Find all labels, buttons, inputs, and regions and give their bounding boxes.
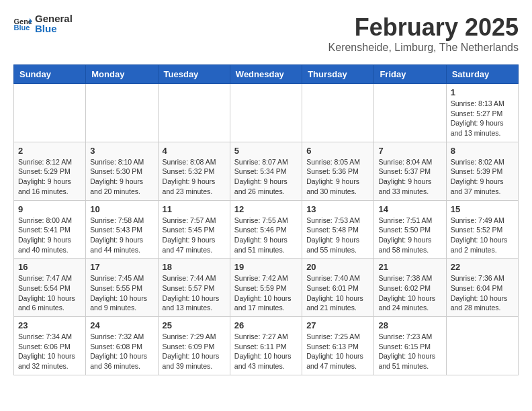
day-info: Sunrise: 7:51 AM Sunset: 5:50 PM Dayligh…: [378, 216, 441, 255]
day-info: Sunrise: 7:23 AM Sunset: 6:15 PM Dayligh…: [378, 332, 441, 371]
day-info: Sunrise: 8:08 AM Sunset: 5:32 PM Dayligh…: [163, 157, 226, 197]
day-number: 24: [90, 320, 153, 330]
calendar-cell: 8Sunrise: 8:02 AM Sunset: 5:39 PM Daylig…: [446, 142, 518, 200]
day-info: Sunrise: 7:58 AM Sunset: 5:43 PM Dayligh…: [90, 216, 153, 255]
calendar-cell: 20Sunrise: 7:40 AM Sunset: 6:01 PM Dayli…: [302, 259, 374, 317]
weekday-header-tuesday: Tuesday: [158, 65, 230, 84]
calendar-cell: [14, 84, 86, 142]
day-number: 14: [378, 204, 441, 214]
calendar-cell: 7Sunrise: 8:04 AM Sunset: 5:37 PM Daylig…: [374, 142, 446, 200]
day-number: 15: [451, 204, 514, 214]
calendar-cell: 21Sunrise: 7:38 AM Sunset: 6:02 PM Dayli…: [374, 259, 446, 317]
month-title: February 2025: [328, 13, 519, 42]
day-info: Sunrise: 7:27 AM Sunset: 6:11 PM Dayligh…: [234, 332, 298, 371]
day-info: Sunrise: 8:05 AM Sunset: 5:36 PM Dayligh…: [306, 157, 369, 197]
day-number: 3: [90, 146, 153, 156]
calendar-cell: 22Sunrise: 7:36 AM Sunset: 6:04 PM Dayli…: [446, 259, 518, 317]
logo-blue: Blue: [35, 24, 73, 35]
day-info: Sunrise: 8:12 AM Sunset: 5:29 PM Dayligh…: [18, 157, 81, 197]
day-info: Sunrise: 7:57 AM Sunset: 5:45 PM Dayligh…: [163, 216, 226, 255]
calendar-cell: [230, 84, 302, 142]
calendar-cell: 28Sunrise: 7:23 AM Sunset: 6:15 PM Dayli…: [374, 317, 446, 375]
day-number: 8: [451, 146, 514, 156]
logo-icon: General Blue: [13, 17, 32, 32]
calendar-cell: 16Sunrise: 7:47 AM Sunset: 5:54 PM Dayli…: [14, 259, 86, 317]
title-section: February 2025 Kerensheide, Limburg, The …: [328, 13, 519, 54]
weekday-header-thursday: Thursday: [302, 65, 374, 84]
day-info: Sunrise: 7:38 AM Sunset: 6:02 PM Dayligh…: [378, 273, 441, 313]
weekday-header-friday: Friday: [374, 65, 446, 84]
day-number: 13: [306, 204, 369, 214]
day-info: Sunrise: 8:00 AM Sunset: 5:41 PM Dayligh…: [18, 216, 81, 255]
day-info: Sunrise: 7:55 AM Sunset: 5:46 PM Dayligh…: [234, 216, 298, 255]
day-number: 7: [378, 146, 441, 156]
calendar-week-row: 9Sunrise: 8:00 AM Sunset: 5:41 PM Daylig…: [14, 200, 519, 259]
day-number: 11: [163, 204, 226, 214]
day-info: Sunrise: 8:04 AM Sunset: 5:37 PM Dayligh…: [378, 157, 441, 197]
day-number: 6: [306, 146, 369, 156]
calendar-cell: [374, 84, 446, 142]
calendar-week-row: 16Sunrise: 7:47 AM Sunset: 5:54 PM Dayli…: [14, 259, 519, 317]
calendar-cell: [302, 84, 374, 142]
calendar-cell: 2Sunrise: 8:12 AM Sunset: 5:29 PM Daylig…: [14, 142, 86, 200]
calendar: SundayMondayTuesdayWednesdayThursdayFrid…: [13, 64, 519, 375]
calendar-week-row: 1Sunrise: 8:13 AM Sunset: 5:27 PM Daylig…: [14, 84, 519, 142]
day-number: 18: [163, 262, 226, 272]
day-info: Sunrise: 7:44 AM Sunset: 5:57 PM Dayligh…: [163, 273, 226, 313]
calendar-cell: 18Sunrise: 7:44 AM Sunset: 5:57 PM Dayli…: [158, 259, 230, 317]
calendar-cell: 3Sunrise: 8:10 AM Sunset: 5:30 PM Daylig…: [86, 142, 158, 200]
svg-text:Blue: Blue: [13, 24, 30, 32]
day-info: Sunrise: 7:34 AM Sunset: 6:06 PM Dayligh…: [18, 332, 81, 371]
weekday-header-wednesday: Wednesday: [230, 65, 302, 84]
calendar-cell: 13Sunrise: 7:53 AM Sunset: 5:48 PM Dayli…: [302, 200, 374, 259]
day-number: 17: [90, 262, 153, 272]
calendar-cell: 9Sunrise: 8:00 AM Sunset: 5:41 PM Daylig…: [14, 200, 86, 259]
day-info: Sunrise: 7:25 AM Sunset: 6:13 PM Dayligh…: [306, 332, 369, 371]
calendar-cell: 26Sunrise: 7:27 AM Sunset: 6:11 PM Dayli…: [230, 317, 302, 375]
location-title: Kerensheide, Limburg, The Netherlands: [328, 42, 519, 54]
calendar-cell: 1Sunrise: 8:13 AM Sunset: 5:27 PM Daylig…: [446, 84, 518, 142]
day-info: Sunrise: 7:53 AM Sunset: 5:48 PM Dayligh…: [306, 216, 369, 255]
weekday-header-sunday: Sunday: [14, 65, 86, 84]
calendar-cell: 14Sunrise: 7:51 AM Sunset: 5:50 PM Dayli…: [374, 200, 446, 259]
day-number: 23: [18, 320, 81, 330]
calendar-week-row: 2Sunrise: 8:12 AM Sunset: 5:29 PM Daylig…: [14, 142, 519, 200]
calendar-cell: 27Sunrise: 7:25 AM Sunset: 6:13 PM Dayli…: [302, 317, 374, 375]
day-number: 21: [378, 262, 441, 272]
day-number: 4: [163, 146, 226, 156]
calendar-cell: 23Sunrise: 7:34 AM Sunset: 6:06 PM Dayli…: [14, 317, 86, 375]
weekday-header-saturday: Saturday: [446, 65, 518, 84]
page-header: General Blue General Blue February 2025 …: [13, 13, 519, 54]
day-number: 20: [306, 262, 369, 272]
day-info: Sunrise: 7:49 AM Sunset: 5:52 PM Dayligh…: [451, 216, 514, 255]
day-info: Sunrise: 8:10 AM Sunset: 5:30 PM Dayligh…: [90, 157, 153, 197]
weekday-header-monday: Monday: [86, 65, 158, 84]
calendar-cell: 24Sunrise: 7:32 AM Sunset: 6:08 PM Dayli…: [86, 317, 158, 375]
day-number: 10: [90, 204, 153, 214]
day-number: 28: [378, 320, 441, 330]
day-number: 25: [163, 320, 226, 330]
calendar-week-row: 23Sunrise: 7:34 AM Sunset: 6:06 PM Dayli…: [14, 317, 519, 375]
calendar-cell: 10Sunrise: 7:58 AM Sunset: 5:43 PM Dayli…: [86, 200, 158, 259]
calendar-cell: [158, 84, 230, 142]
day-number: 22: [451, 262, 514, 272]
logo: General Blue General Blue: [13, 13, 73, 34]
day-number: 9: [18, 204, 81, 214]
day-number: 2: [18, 146, 81, 156]
calendar-cell: 11Sunrise: 7:57 AM Sunset: 5:45 PM Dayli…: [158, 200, 230, 259]
day-number: 19: [234, 262, 298, 272]
day-number: 5: [234, 146, 298, 156]
day-info: Sunrise: 7:29 AM Sunset: 6:09 PM Dayligh…: [163, 332, 226, 371]
day-info: Sunrise: 7:47 AM Sunset: 5:54 PM Dayligh…: [18, 273, 81, 313]
calendar-cell: 15Sunrise: 7:49 AM Sunset: 5:52 PM Dayli…: [446, 200, 518, 259]
day-number: 27: [306, 320, 369, 330]
day-number: 26: [234, 320, 298, 330]
day-info: Sunrise: 7:32 AM Sunset: 6:08 PM Dayligh…: [90, 332, 153, 371]
day-number: 1: [451, 87, 514, 97]
calendar-cell: 19Sunrise: 7:42 AM Sunset: 5:59 PM Dayli…: [230, 259, 302, 317]
day-number: 16: [18, 262, 81, 272]
calendar-cell: 25Sunrise: 7:29 AM Sunset: 6:09 PM Dayli…: [158, 317, 230, 375]
calendar-cell: 12Sunrise: 7:55 AM Sunset: 5:46 PM Dayli…: [230, 200, 302, 259]
day-info: Sunrise: 8:02 AM Sunset: 5:39 PM Dayligh…: [451, 157, 514, 197]
calendar-cell: [446, 317, 518, 375]
